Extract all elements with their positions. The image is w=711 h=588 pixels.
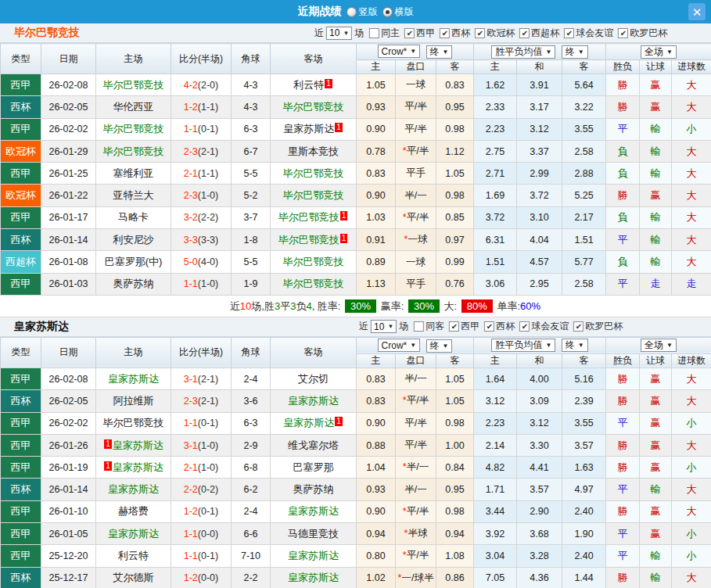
league-filter-checkbox[interactable]: ✔西甲 bbox=[446, 320, 479, 333]
avg-home-odds: 1.71 bbox=[474, 479, 517, 500]
avg-select[interactable]: 胜平负均值▼ bbox=[491, 45, 555, 59]
dropdown-arrow-icon: ▼ bbox=[578, 342, 584, 349]
avg-draw-odds: 3.09 bbox=[517, 390, 562, 412]
league-badge: 欧冠杯 bbox=[1, 185, 41, 206]
col-type: 类型 bbox=[1, 44, 41, 74]
home-team: 利安尼沙 bbox=[96, 229, 171, 251]
league-filter-checkbox[interactable]: ✔球会友谊 bbox=[516, 320, 569, 333]
result-handicap: 輸 bbox=[640, 140, 672, 162]
same-venue-checkbox[interactable]: 同主 bbox=[366, 27, 400, 40]
checkbox-icon[interactable]: ✔ bbox=[573, 321, 584, 332]
league-filter-checkbox[interactable]: ✔西杯 bbox=[481, 320, 515, 333]
league-filter-label: 西甲 bbox=[461, 320, 479, 333]
avg-value: 胜平负均值 bbox=[495, 45, 542, 59]
match-date: 26-01-10 bbox=[41, 500, 96, 522]
radio-icon[interactable] bbox=[347, 7, 357, 17]
team2-matches-table: 类型 日期 主场 比分(半场) 角球 客场 Crow*▼ 终▼ 胜平负均值▼ 终… bbox=[0, 337, 711, 588]
checkbox-icon[interactable]: ✔ bbox=[475, 28, 485, 38]
halftime-score: (0-1) bbox=[198, 506, 218, 517]
handicap-line: *一球 bbox=[396, 229, 436, 251]
checkbox-icon[interactable] bbox=[414, 321, 424, 332]
league-filter-checkbox[interactable]: ✔欧冠杯 bbox=[472, 27, 515, 40]
home-team: 奥萨苏纳 bbox=[96, 273, 171, 295]
league-badge: 西甲 bbox=[1, 412, 41, 434]
avg-select[interactable]: 胜平负均值▼ bbox=[491, 339, 555, 352]
subcol-avg-away: 客 bbox=[562, 353, 606, 368]
checkbox-icon[interactable]: ✔ bbox=[564, 28, 574, 38]
avg-away-odds: 3.22 bbox=[562, 96, 606, 118]
same-venue-label: 同主 bbox=[381, 27, 400, 40]
checkbox-icon[interactable]: ✔ bbox=[519, 28, 530, 38]
avg-draw-odds: 3.28 bbox=[517, 545, 562, 567]
result-outcome: 平 bbox=[606, 412, 640, 434]
avg-final-select[interactable]: 终▼ bbox=[562, 339, 588, 352]
result-handicap: 赢 bbox=[640, 500, 672, 522]
odds-final-value: 终 bbox=[430, 339, 440, 353]
checkbox-icon[interactable]: ✔ bbox=[404, 28, 415, 38]
games-label: 场 bbox=[399, 320, 408, 333]
checkbox-icon[interactable] bbox=[369, 28, 379, 38]
result-goals: 小 bbox=[672, 118, 711, 140]
odds-final-select[interactable]: 终▼ bbox=[426, 339, 453, 353]
recent-record-dialog: 近期战绩 竖版 横版 ✕ 毕尔巴鄂竞技 近 10 ▼ 场 同主 ✔西甲✔西杯✔欧 bbox=[0, 0, 711, 588]
checkbox-icon[interactable]: ✔ bbox=[618, 28, 628, 38]
avg-home-odds: 1.62 bbox=[474, 74, 517, 96]
checkbox-icon[interactable]: ✔ bbox=[519, 321, 530, 332]
match-date: 26-01-25 bbox=[41, 163, 96, 185]
same-venue-checkbox[interactable]: 同客 bbox=[411, 320, 444, 333]
league-filter-checkbox[interactable]: ✔西杯 bbox=[436, 27, 470, 40]
odds-final-select[interactable]: 终▼ bbox=[426, 45, 453, 59]
radio-checked-icon[interactable] bbox=[382, 7, 393, 17]
result-goals: 大 bbox=[672, 500, 711, 522]
home-team: 华伦西亚 bbox=[96, 96, 171, 118]
halftime-score: (1-0) bbox=[198, 190, 218, 201]
corner-score: 2-9 bbox=[232, 434, 271, 456]
summary-segment: 单率: bbox=[494, 300, 520, 312]
league-filter-checkbox[interactable]: ✔欧罗巴杯 bbox=[615, 27, 667, 40]
layout-radio-vertical[interactable]: 竖版 bbox=[347, 5, 378, 19]
checkbox-icon[interactable]: ✔ bbox=[440, 28, 450, 38]
home-odds: 0.90 bbox=[357, 412, 396, 434]
home-team: 毕尔巴鄂竞技 bbox=[96, 140, 171, 162]
away-odds: 0.98 bbox=[436, 185, 474, 206]
away-team: 毕尔巴鄂竞技 bbox=[271, 185, 357, 206]
summary-segment: 4 bbox=[306, 300, 311, 312]
away-odds: 0.94 bbox=[436, 523, 474, 545]
checkbox-icon[interactable]: ✔ bbox=[449, 321, 459, 332]
fulltime-score: 1-1 bbox=[184, 124, 198, 134]
handicap-line: *平/半 bbox=[396, 206, 436, 228]
halftime-score: (0-2) bbox=[198, 484, 218, 495]
league-filter-checkbox[interactable]: ✔球会友谊 bbox=[561, 27, 613, 40]
odds-provider-select[interactable]: Crow*▼ bbox=[378, 339, 421, 352]
close-button[interactable]: ✕ bbox=[688, 3, 706, 20]
avg-final-select[interactable]: 终▼ bbox=[562, 45, 588, 59]
league-filter-checkbox[interactable]: ✔欧罗巴杯 bbox=[570, 320, 623, 333]
league-badge: 西甲 bbox=[1, 118, 41, 140]
fullmatch-select[interactable]: 全场▼ bbox=[641, 45, 677, 59]
team1-filter-controls: 近 10 ▼ 场 同主 ✔西甲✔西杯✔欧冠杯✔西超杯✔球会友谊✔欧罗巴杯 bbox=[312, 27, 669, 40]
match-date: 26-02-05 bbox=[41, 96, 96, 118]
team-label: 艾尔切 bbox=[298, 373, 329, 385]
checkbox-icon[interactable]: ✔ bbox=[484, 321, 494, 332]
games-label: 场 bbox=[354, 27, 364, 40]
avg-away-odds: 3.55 bbox=[562, 118, 606, 140]
recent-count-select[interactable]: 10 ▼ bbox=[326, 27, 352, 40]
result-handicap: 輸 bbox=[640, 251, 672, 273]
league-filter-checkbox[interactable]: ✔西甲 bbox=[401, 27, 435, 40]
result-goals: 大 bbox=[672, 368, 711, 389]
team-label: 皇家苏斯达 bbox=[113, 461, 163, 473]
away-odds: 0.98 bbox=[436, 118, 474, 140]
summary-segment: 30% bbox=[408, 299, 440, 313]
fullmatch-select[interactable]: 全场▼ bbox=[641, 339, 677, 352]
league-badge: 西甲 bbox=[1, 273, 41, 295]
odds-provider-select[interactable]: Crow*▼ bbox=[378, 45, 421, 58]
league-filter-checkbox[interactable]: ✔西超杯 bbox=[516, 27, 559, 40]
avg-away-odds: 2.17 bbox=[562, 206, 606, 228]
avg-home-odds: 2.33 bbox=[474, 96, 517, 118]
layout-radio-horizontal[interactable]: 横版 bbox=[382, 5, 414, 19]
score: 4-2(2-0) bbox=[171, 74, 232, 96]
summary-segment: 60% bbox=[520, 300, 540, 312]
recent-count-select[interactable]: 10 ▼ bbox=[371, 320, 397, 333]
summary-segment: 大: bbox=[441, 300, 460, 312]
score: 1-1(0-1) bbox=[171, 545, 232, 567]
